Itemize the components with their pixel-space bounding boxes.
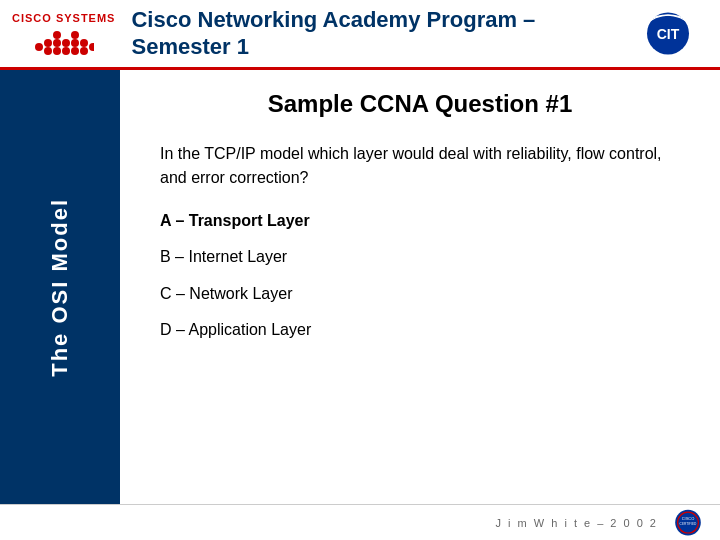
cisco-logo-bars xyxy=(34,27,94,55)
cisco-certified-logo: CISCO CERTIFIED xyxy=(668,509,708,537)
cit-logo: CIT xyxy=(628,9,708,59)
answer-option-c: C – Network Layer xyxy=(160,283,680,305)
svg-point-8 xyxy=(71,31,79,39)
svg-point-1 xyxy=(44,39,52,47)
svg-point-4 xyxy=(53,39,61,47)
question-text: In the TCP/IP model which layer would de… xyxy=(160,142,680,190)
svg-text:CERTIFIED: CERTIFIED xyxy=(680,522,697,526)
page-wrapper: CISCO SYSTEMS xyxy=(0,0,720,540)
svg-point-3 xyxy=(53,31,61,39)
footer: J i m W h i t e – 2 0 0 2 CISCO CERTIFIE… xyxy=(0,504,720,540)
content-area: Sample CCNA Question #1 In the TCP/IP mo… xyxy=(120,70,720,504)
answer-option-d: D – Application Layer xyxy=(160,319,680,341)
svg-text:CIT: CIT xyxy=(657,26,680,42)
sidebar-label: The OSI Model xyxy=(47,198,73,377)
main-content: The OSI Model Sample CCNA Question #1 In… xyxy=(0,70,720,504)
cisco-bars-svg xyxy=(34,27,94,55)
svg-point-5 xyxy=(53,47,61,55)
svg-point-11 xyxy=(80,39,88,47)
svg-point-10 xyxy=(71,47,79,55)
svg-point-12 xyxy=(80,47,88,55)
header: CISCO SYSTEMS xyxy=(0,0,720,70)
svg-text:CISCO: CISCO xyxy=(682,516,695,521)
svg-point-2 xyxy=(44,47,52,55)
svg-point-0 xyxy=(35,43,43,51)
header-title-line2: Semester 1 xyxy=(131,34,248,59)
header-title-line1: Cisco Networking Academy Program – xyxy=(131,7,535,32)
header-title: Cisco Networking Academy Program – Semes… xyxy=(131,7,628,60)
svg-point-6 xyxy=(62,39,70,47)
svg-point-13 xyxy=(89,43,94,51)
answer-option-b: B – Internet Layer xyxy=(160,246,680,268)
answer-option-a: A – Transport Layer xyxy=(160,210,680,232)
cisco-logo: CISCO SYSTEMS xyxy=(12,12,115,55)
svg-point-7 xyxy=(62,47,70,55)
question-title: Sample CCNA Question #1 xyxy=(160,90,680,118)
svg-point-9 xyxy=(71,39,79,47)
sidebar: The OSI Model xyxy=(0,70,120,504)
cisco-logo-text: CISCO SYSTEMS xyxy=(12,12,115,24)
cit-logo-svg: CIT xyxy=(633,11,703,56)
footer-text: J i m W h i t e – 2 0 0 2 xyxy=(496,517,659,529)
